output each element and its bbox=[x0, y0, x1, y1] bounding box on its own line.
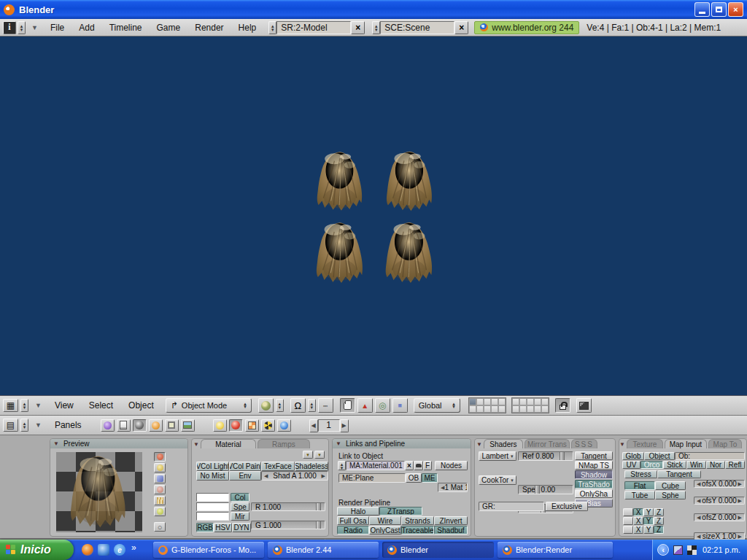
viewport-collapse-icon[interactable]: ▼ bbox=[31, 402, 46, 409]
menu-add[interactable]: Add bbox=[72, 23, 101, 33]
dyn-toggle[interactable]: DYN bbox=[232, 523, 251, 532]
coord-z3-toggle[interactable]: Z bbox=[654, 526, 664, 534]
layer-button[interactable] bbox=[498, 398, 506, 405]
ob-link-toggle[interactable]: OB bbox=[406, 473, 422, 483]
task-blender-active[interactable]: Blender bbox=[382, 542, 494, 558]
editor-type-button[interactable]: ▤ bbox=[3, 419, 18, 432]
orientation-dropdown[interactable]: Global ▴▾ bbox=[414, 398, 460, 413]
env-toggle[interactable]: Env bbox=[229, 471, 261, 481]
layer-button[interactable] bbox=[527, 405, 534, 413]
context-shading-button[interactable] bbox=[133, 419, 147, 432]
orco-toggle[interactable]: Orco bbox=[640, 461, 663, 469]
coord-y2-toggle[interactable]: Y bbox=[643, 517, 654, 525]
preview-sphere-button[interactable] bbox=[154, 463, 166, 472]
coord-x2-toggle[interactable]: X bbox=[633, 517, 643, 525]
flat-toggle[interactable]: Flat bbox=[624, 481, 655, 490]
context-logic-button[interactable] bbox=[101, 419, 115, 432]
specular-color-swatch[interactable] bbox=[196, 502, 229, 511]
material-name-field[interactable]: MA:Material.001 bbox=[346, 461, 405, 470]
shading-texture-button[interactable] bbox=[245, 419, 259, 432]
halo-toggle[interactable]: Halo bbox=[337, 507, 379, 516]
layer-button[interactable] bbox=[491, 398, 498, 405]
vcol-paint-toggle[interactable]: VCol Paint bbox=[229, 462, 261, 471]
zinvert-toggle[interactable]: ZInvert bbox=[434, 516, 468, 525]
ref-slider[interactable]: Ref 0.800 bbox=[518, 451, 573, 461]
tree-object[interactable] bbox=[382, 220, 437, 286]
frame-prev-button[interactable]: ◀ bbox=[309, 419, 318, 432]
slider-knob[interactable] bbox=[535, 486, 540, 494]
tree-object[interactable] bbox=[313, 220, 367, 286]
ofsx-field[interactable]: ◀ofsX 0.000▶ bbox=[694, 480, 745, 488]
preview-flat-button[interactable] bbox=[154, 452, 166, 462]
panel-collapse-icon[interactable]: ▼ bbox=[193, 441, 199, 448]
light-group-field[interactable]: GR: bbox=[479, 502, 544, 511]
traceable-toggle[interactable]: Traceable bbox=[401, 526, 434, 534]
tab-map-to[interactable]: Map To bbox=[708, 439, 742, 448]
tray-display-icon[interactable] bbox=[673, 545, 683, 555]
layer-button[interactable] bbox=[512, 405, 519, 413]
slider-knob[interactable] bbox=[316, 521, 321, 529]
strands-toggle[interactable]: Strands bbox=[401, 516, 434, 525]
texface-toggle[interactable]: TexFace bbox=[261, 462, 295, 471]
layer-button[interactable] bbox=[491, 405, 498, 413]
mirror-color-swatch[interactable] bbox=[196, 512, 229, 521]
layer-button[interactable] bbox=[534, 405, 541, 413]
layer-button[interactable] bbox=[498, 405, 506, 413]
screen-browse-spinner[interactable]: ▴▾ bbox=[268, 21, 276, 34]
manipulator-translate-button[interactable]: ▲ bbox=[357, 398, 373, 413]
slider-right-icon[interactable]: ▶ bbox=[322, 473, 325, 479]
context-scene-button[interactable] bbox=[181, 419, 195, 432]
coord-y3-toggle[interactable]: Y bbox=[643, 526, 654, 534]
preview-cube-button[interactable] bbox=[154, 474, 166, 483]
ztransp-toggle[interactable]: ZTransp bbox=[379, 507, 422, 516]
layer-button[interactable] bbox=[541, 405, 549, 413]
refl-toggle[interactable]: Refl bbox=[725, 461, 745, 469]
slider-knob[interactable] bbox=[316, 503, 321, 510]
layer-button[interactable] bbox=[512, 398, 519, 405]
menu-timeline[interactable]: Timeline bbox=[103, 23, 149, 33]
start-button[interactable]: Inicio bbox=[0, 540, 74, 560]
shading-radiosity-button[interactable] bbox=[261, 419, 275, 432]
layer-button[interactable] bbox=[484, 398, 491, 405]
red-slider[interactable]: R 1.000 bbox=[251, 502, 325, 511]
buttons-collapse-icon[interactable]: ▼ bbox=[31, 421, 46, 429]
tree-object[interactable] bbox=[314, 149, 366, 214]
object-toggle[interactable]: Object bbox=[644, 452, 675, 460]
menu-object[interactable]: Object bbox=[122, 400, 160, 411]
preview-panel-header[interactable]: ▼ Preview bbox=[50, 439, 187, 448]
quicklaunch-overflow-chevron[interactable]: » bbox=[131, 542, 136, 553]
minimize-button[interactable] bbox=[694, 2, 710, 17]
shad-alpha-slider[interactable]: ◀Shad A 1.000▶ bbox=[261, 471, 328, 481]
rgb-toggle[interactable]: RGB bbox=[196, 523, 214, 532]
menu-game[interactable]: Game bbox=[150, 23, 187, 33]
paste-material-button[interactable]: ▾ bbox=[314, 451, 325, 459]
layer-button[interactable] bbox=[519, 405, 527, 413]
viewport-3d[interactable] bbox=[0, 36, 747, 395]
layer-button[interactable] bbox=[476, 405, 484, 413]
pivot-spinner[interactable]: ▴▾ bbox=[308, 399, 316, 412]
maximize-button[interactable] bbox=[711, 2, 727, 17]
proportional-edit-button[interactable]: ┉ bbox=[318, 398, 333, 413]
task-firefox-gblender[interactable]: G-Blender-Foros - Mo... bbox=[153, 542, 264, 558]
spec-slider[interactable]: Spec 0.00 bbox=[518, 485, 573, 494]
ofsy-field[interactable]: ◀ofsY 0.000▶ bbox=[694, 497, 745, 505]
mode-dropdown[interactable]: ↱ Object Mode ▴▾ bbox=[166, 398, 252, 413]
links-panel-header[interactable]: ▼ Links and Pipeline bbox=[333, 439, 471, 448]
cube-toggle[interactable]: Cube bbox=[655, 481, 686, 490]
messenger-quicklaunch-icon[interactable] bbox=[98, 544, 109, 556]
material-index-counter[interactable]: ◀1 Mat 1▶ bbox=[438, 483, 468, 492]
diffuse-color-swatch[interactable] bbox=[196, 493, 229, 502]
uv-toggle[interactable]: UV bbox=[622, 461, 640, 469]
layer-button[interactable] bbox=[541, 398, 549, 405]
diffuse-shader-dropdown[interactable]: Lambert▾ bbox=[479, 451, 516, 461]
material-delete-button[interactable]: × bbox=[405, 461, 414, 470]
menu-help[interactable]: Help bbox=[232, 23, 263, 33]
fake-user-button[interactable]: F bbox=[423, 461, 432, 470]
close-button[interactable]: × bbox=[728, 2, 743, 17]
manipulator-rotate-button[interactable]: ◎ bbox=[375, 398, 390, 413]
window-type-spinner[interactable]: ▴▾ bbox=[18, 21, 26, 34]
task-blender-244[interactable]: Blender 2.44 bbox=[268, 542, 379, 558]
tray-volume-icon[interactable] bbox=[687, 545, 697, 555]
menu-select[interactable]: Select bbox=[82, 400, 120, 411]
specular-shader-dropdown[interactable]: CookTor▾ bbox=[479, 475, 516, 485]
